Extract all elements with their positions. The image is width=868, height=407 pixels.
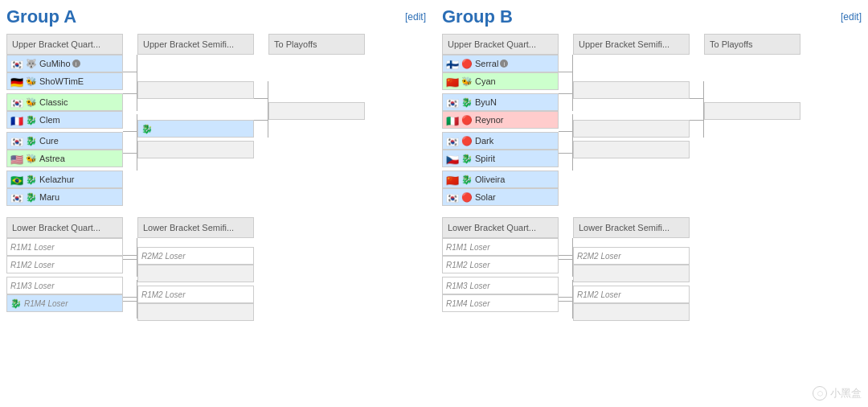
group-a-upper-col3-header: To Playoffs: [268, 34, 365, 55]
loser-label: R1M3 Loser: [10, 282, 54, 290]
group-a-upper-col3: To Playoffs: [268, 34, 365, 120]
loser-label: R1M2 Loser: [141, 290, 185, 299]
group-b-lower-col1-header: Lower Bracket Quart...: [442, 217, 559, 238]
loser-label: R1M1 Loser: [10, 243, 54, 252]
group-a-upper-col1-header: Upper Bracket Quart...: [6, 34, 123, 55]
flag-icon: 🇰🇷: [10, 60, 23, 68]
group-a-lower-col1: Lower Bracket Quart... R1M1 Loser R1M2 L…: [6, 217, 123, 312]
loser-slot: R1M3 Loser: [442, 277, 559, 294]
semifinal-slot: [137, 141, 254, 158]
semifinal-slot: 🐉: [137, 120, 254, 138]
loser-slot: R1M3 Loser: [6, 277, 123, 294]
race-icon: 🐉: [26, 175, 37, 185]
semifinal-slot: [573, 141, 690, 158]
flag-icon: 🇮🇹: [446, 116, 459, 125]
group-b-upper-col1-header: Upper Bracket Quart...: [442, 34, 559, 55]
group-b-player-row: 🇨🇳 🐉 Oliveira: [442, 171, 559, 188]
group-b-upper-col3: To Playoffs: [704, 34, 800, 120]
lower-semi-slot: [137, 265, 254, 282]
group-a-lower-col1-header: Lower Bracket Quart...: [6, 217, 123, 238]
loser-slot: 🐉 R1M4 Loser: [6, 294, 123, 312]
race-icon: 🐝: [26, 97, 37, 108]
loser-label: R1M1 Loser: [446, 243, 489, 252]
loser-label: R1M2 Loser: [10, 261, 54, 269]
group-a: Group A [edit] Upper Bracket Quart... 🇰🇷…: [6, 6, 426, 332]
loser-slot: R1M1 Loser: [6, 238, 123, 256]
connector-a-lower1: [123, 217, 137, 319]
race-icon: 🐝: [26, 76, 37, 87]
semifinal-slot: [573, 120, 690, 138]
playoffs-slot: [704, 102, 800, 120]
lower-semi-slot: R1M2 Loser: [573, 286, 690, 303]
flag-icon: 🇫🇷: [10, 116, 23, 125]
race-icon: 🐉: [26, 115, 37, 125]
group-a-lower-col2-header: Lower Bracket Semifi...: [137, 217, 254, 238]
group-b-title: Group B: [442, 6, 513, 27]
group-b-lower: Lower Bracket Quart... R1M1 Loser R1M2 L…: [442, 217, 862, 321]
flag-icon: 🇰🇷: [10, 98, 23, 107]
race-icon: 🔴: [461, 136, 473, 146]
lower-semi-slot: R2M2 Loser: [137, 247, 254, 265]
player-name: Maru: [39, 192, 59, 202]
group-b-upper-col1: Upper Bracket Quart... 🇫🇮 🔴 Serral i 🇨🇳 …: [442, 34, 559, 206]
race-icon: 🐺: [26, 59, 37, 69]
loser-label: R2M2 Loser: [141, 252, 185, 261]
loser-label: R2M2 Loser: [577, 252, 620, 261]
group-b-player-row: 🇨🇳 🐝 Cyan: [442, 72, 559, 90]
group-a-player-row: 🇰🇷 🐉 Cure: [6, 132, 123, 150]
group-b-upper: Upper Bracket Quart... 🇫🇮 🔴 Serral i 🇨🇳 …: [442, 34, 862, 206]
flag-icon: 🇺🇸: [10, 154, 23, 163]
flag-icon: 🇰🇷: [446, 193, 459, 202]
info-dot[interactable]: i: [72, 60, 80, 68]
group-a-player-row: 🇰🇷 🐉 Maru: [6, 188, 123, 206]
group-b-upper-col2: Upper Bracket Semifi...: [573, 34, 690, 158]
race-icon: 🔴: [461, 115, 473, 125]
race-icon: 🐉: [26, 192, 37, 203]
flag-icon: 🇰🇷: [446, 98, 459, 107]
player-name: Classic: [39, 97, 68, 107]
player-name: Serral: [475, 59, 498, 68]
player-name: Cure: [39, 136, 59, 146]
flag-icon: 🇰🇷: [10, 193, 23, 202]
loser-label: R1M2 Loser: [446, 261, 489, 269]
player-name: Clem: [39, 115, 60, 125]
group-a-upper-col1: Upper Bracket Quart... 🇰🇷 🐺 GuMiho i 🇩🇪 …: [6, 34, 123, 206]
connector-b-lower1: [559, 217, 573, 319]
connector-b1: [559, 34, 573, 171]
player-name: ByuN: [475, 97, 497, 107]
loser-slot: R1M4 Loser: [442, 294, 559, 312]
race-icon: 🐉: [461, 97, 473, 108]
group-a-upper: Upper Bracket Quart... 🇰🇷 🐺 GuMiho i 🇩🇪 …: [6, 34, 426, 206]
loser-slot: R1M2 Loser: [6, 256, 123, 273]
semifinal-slot: [137, 81, 254, 99]
info-dot[interactable]: i: [500, 60, 508, 68]
player-name: ShoWTimE: [39, 76, 84, 86]
group-a-title: Group A: [6, 6, 76, 27]
connector-a2: [254, 34, 268, 138]
player-name: Astrea: [39, 154, 65, 163]
group-a-upper-col2: Upper Bracket Semifi... 🐉: [137, 34, 254, 158]
connector-a1: [123, 34, 137, 171]
group-a-player-row: 🇩🇪 🐝 ShoWTimE: [6, 72, 123, 90]
group-b-upper-col3-header: To Playoffs: [704, 34, 800, 55]
group-b-upper-col2-header: Upper Bracket Semifi...: [573, 34, 690, 55]
group-b-lower-col2-header: Lower Bracket Semifi...: [573, 217, 690, 238]
group-b-player-row: 🇨🇿 🐉 Spirit: [442, 150, 559, 167]
connector-b2: [690, 34, 704, 138]
lower-semi-slot: R2M2 Loser: [573, 247, 690, 265]
loser-label: R1M2 Loser: [577, 290, 620, 299]
loser-slot: R1M2 Loser: [442, 256, 559, 273]
group-a-upper-col2-header: Upper Bracket Semifi...: [137, 34, 254, 55]
group-a-player-row: 🇫🇷 🐉 Clem: [6, 111, 123, 129]
race-icon: 🔴: [461, 59, 473, 69]
group-b: Group B [edit] Upper Bracket Quart... 🇫🇮…: [442, 6, 862, 332]
group-a-player-row: 🇧🇷 🐉 Kelazhur: [6, 171, 123, 188]
loser-slot: R1M1 Loser: [442, 238, 559, 256]
group-a-edit[interactable]: [edit]: [405, 11, 426, 23]
player-name: Reynor: [475, 115, 503, 125]
group-b-player-row: 🇮🇹 🔴 Reynor: [442, 111, 559, 129]
race-icon: 🐉: [461, 154, 473, 164]
group-b-edit[interactable]: [edit]: [841, 11, 862, 23]
group-b-lower-col1: Lower Bracket Quart... R1M1 Loser R1M2 L…: [442, 217, 559, 312]
player-name: Dark: [475, 136, 493, 146]
